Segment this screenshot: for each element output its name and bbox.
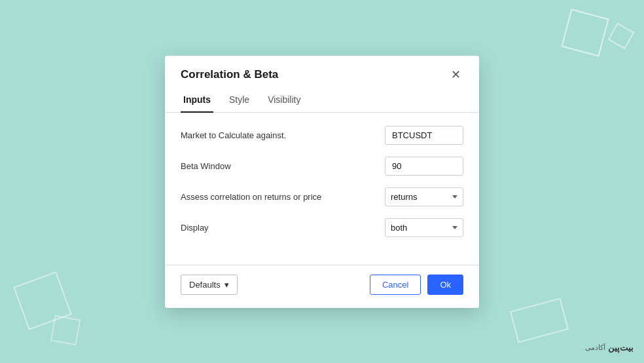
cancel-button[interactable]: Cancel [370, 275, 421, 295]
dialog: Correlation & Beta ✕ Inputs Style Visibi… [165, 56, 479, 308]
decoration-bottom-right [510, 297, 569, 343]
tabs-container: Inputs Style Visibility [165, 82, 479, 113]
dialog-header: Correlation & Beta ✕ [165, 56, 479, 82]
footer-actions: Cancel Ok [370, 275, 463, 295]
dialog-body: Market to Calculate against. Beta Window… [165, 113, 479, 259]
tab-visibility[interactable]: Visibility [265, 90, 303, 113]
field-market-input[interactable] [385, 126, 463, 145]
field-display: Display both correlation beta [181, 218, 463, 237]
decoration-top-right-large [561, 9, 609, 56]
watermark-prefix: آکادمی [585, 343, 605, 352]
field-beta-window: Beta Window [181, 157, 463, 176]
field-market: Market to Calculate against. [181, 126, 463, 145]
tab-inputs[interactable]: Inputs [181, 90, 213, 113]
defaults-label: Defaults [189, 280, 221, 290]
field-correlation-type-label: Assess correlation on returns or price [181, 192, 385, 202]
defaults-chevron-icon: ▾ [224, 280, 229, 290]
decoration-top-right-small [608, 23, 635, 50]
field-display-select[interactable]: both correlation beta [385, 218, 463, 237]
footer-divider [165, 265, 479, 265]
field-market-label: Market to Calculate against. [181, 130, 385, 140]
close-button[interactable]: ✕ [448, 67, 463, 82]
decoration-bottom-left-small [50, 315, 80, 345]
field-correlation-type-select[interactable]: returns price [385, 187, 463, 206]
watermark: آکادمی بیت‌پین [585, 343, 634, 353]
decoration-bottom-left-large [13, 271, 72, 330]
tab-style[interactable]: Style [226, 90, 252, 113]
field-beta-window-input[interactable] [385, 157, 463, 176]
dialog-footer: Defaults ▾ Cancel Ok [165, 275, 479, 308]
field-correlation-type: Assess correlation on returns or price r… [181, 187, 463, 206]
watermark-brand: بیت‌پین [608, 343, 634, 353]
dialog-title: Correlation & Beta [181, 68, 278, 81]
defaults-button[interactable]: Defaults ▾ [181, 275, 238, 295]
field-beta-window-label: Beta Window [181, 161, 385, 171]
field-display-label: Display [181, 223, 385, 233]
ok-button[interactable]: Ok [427, 275, 463, 295]
